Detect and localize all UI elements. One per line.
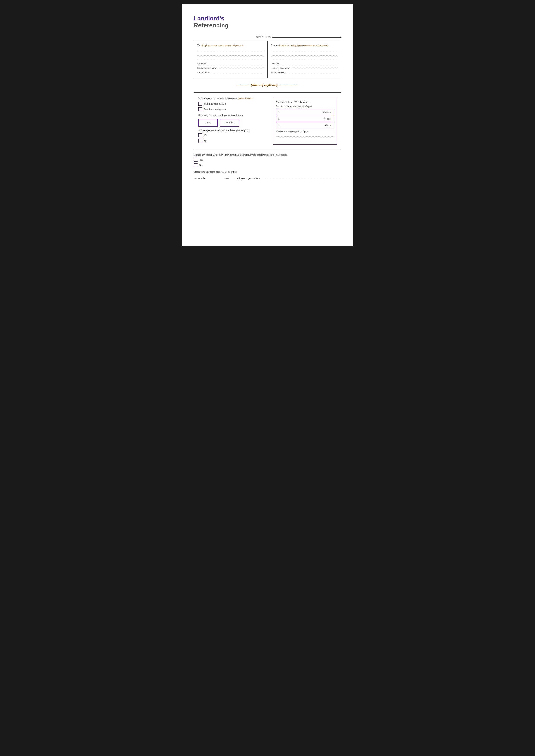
- months-box[interactable]: Months: [220, 119, 239, 126]
- from-phone-row: Contact phone number: [271, 66, 338, 69]
- from-line-1: [271, 49, 338, 51]
- sig-label: Employers signature here: [235, 177, 260, 180]
- from-email-dots: [285, 71, 338, 73]
- from-line-3: [271, 57, 338, 60]
- monthly-pay-row: £ Monthly: [276, 110, 333, 115]
- to-email-dots: [211, 71, 264, 73]
- from-postcode-label: Postcode: [271, 62, 279, 65]
- from-line-2: [271, 53, 338, 56]
- to-label: To:: [197, 44, 201, 47]
- full-time-label: Full time employment: [204, 102, 226, 105]
- to-line-1: [197, 49, 265, 51]
- notice-question: Is the employee under notice to leave yo…: [198, 129, 268, 132]
- weekly-pound: £: [278, 118, 282, 120]
- from-email-row: Email address: [271, 71, 338, 74]
- logo-area: Landlord's Referencing: [194, 15, 341, 29]
- sig-dots: [264, 176, 341, 179]
- terminate-no-checkbox[interactable]: [194, 163, 198, 167]
- full-time-row: Full time employment: [198, 102, 268, 106]
- weekly-pay-row: £ Weekly: [276, 116, 333, 121]
- terminate-question: Is there any reason you believe may term…: [194, 153, 341, 156]
- other-pay-row: £ Other: [276, 122, 333, 128]
- to-postcode-dots: [207, 62, 264, 64]
- from-label: From:: [271, 44, 278, 47]
- years-box[interactable]: Years: [198, 119, 218, 126]
- from-sublabel: (Landlord or Letting Agents name, addres…: [278, 44, 328, 46]
- to-box: To: (Employers contact name, address and…: [194, 41, 268, 78]
- logo-referencing: Referencing: [194, 22, 341, 29]
- to-phone-label: Contact phone number: [197, 67, 219, 69]
- referencing-text: Referencing: [194, 22, 229, 29]
- applicant-name-line: (Applicants name): [194, 35, 341, 38]
- monthly-pound: £: [278, 111, 282, 114]
- salary-box: Monthly Salary - Weekly Wage. Please con…: [272, 97, 337, 145]
- from-postcode-dots: [280, 62, 338, 64]
- terminate-no-row: No: [194, 163, 341, 167]
- notice-yes-label: Yes: [204, 134, 208, 137]
- main-form: Is the employee employed by you on a: (p…: [194, 93, 341, 149]
- to-line-2: [197, 53, 265, 56]
- to-line-3: [197, 57, 265, 60]
- to-email-label: Email address: [197, 71, 211, 74]
- terminate-yes-checkbox[interactable]: [194, 158, 198, 162]
- other-pound: £: [278, 124, 282, 126]
- part-time-label: Part time employment: [204, 108, 226, 111]
- to-from-container: To: (Employers contact name, address and…: [194, 41, 341, 78]
- notice-yes-checkbox[interactable]: [198, 133, 202, 137]
- applicant-name-center: ………….(Name of applicant)……………….: [194, 83, 341, 87]
- other-label: Other: [325, 124, 331, 126]
- how-long-question: How long has your employee worked for yo…: [198, 114, 268, 116]
- send-section: Fax Number Email: Employers signature he…: [194, 176, 341, 180]
- from-phone-label: Contact phone number: [271, 67, 293, 69]
- notice-no-checkbox[interactable]: [198, 139, 202, 143]
- fax-label: Fax Number: [194, 177, 206, 180]
- other-period-dots: [276, 134, 333, 137]
- email-label: Email:: [223, 177, 230, 180]
- salary-title: Monthly Salary - Weekly Wage.: [276, 100, 333, 104]
- part-time-row: Part time employment: [198, 107, 268, 111]
- to-sublabel: (Employers contact name, address and pos…: [201, 44, 244, 46]
- if-other-text: If other please state period of pay: [276, 130, 333, 133]
- to-phone-row: Contact phone number: [197, 66, 265, 69]
- page: Landlord's Referencing (Applicants name)…: [182, 4, 353, 246]
- landlords-text: Landlord's: [194, 15, 224, 22]
- notice-no-label: NO: [204, 140, 208, 142]
- notice-yes-row: Yes: [198, 133, 268, 137]
- applicant-label: (Applicants name): [255, 35, 271, 38]
- to-postcode-row: Postcode: [197, 62, 265, 65]
- to-postcode-label: Postcode: [197, 62, 206, 65]
- notice-no-row: NO: [198, 139, 268, 143]
- from-box: From: (Landlord or Letting Agents name, …: [268, 41, 341, 78]
- terminate-yes-label: Yes: [199, 158, 203, 161]
- employment-question-text: Is the employee employed by you on a:: [198, 97, 238, 99]
- salary-subtitle: Please confirm your employee's pay.: [276, 105, 333, 108]
- from-postcode-row: Postcode: [271, 62, 338, 65]
- part-time-checkbox[interactable]: [198, 107, 202, 111]
- monthly-label: Monthly: [323, 111, 331, 114]
- weekly-label: Weekly: [324, 118, 331, 120]
- to-email-row: Email address: [197, 71, 265, 74]
- to-phone-dots: [220, 66, 264, 69]
- left-section: Is the employee employed by you on a: (p…: [198, 97, 268, 145]
- logo-landlords: Landlord's: [194, 15, 341, 22]
- please-tick: (please tick box): [238, 97, 252, 99]
- applicant-dots: [272, 38, 341, 38]
- bottom-section: Is there any reason you believe may term…: [194, 153, 341, 180]
- years-months-row: Years Months: [198, 119, 268, 126]
- terminate-no-label: No: [199, 164, 203, 167]
- send-label: Please send this form back ASAP by eithe…: [194, 171, 341, 173]
- terminate-yes-row: Yes: [194, 158, 341, 162]
- from-email-label: Email address: [271, 71, 284, 74]
- full-time-checkbox[interactable]: [198, 102, 202, 106]
- from-phone-dots: [293, 66, 338, 69]
- employment-question: Is the employee employed by you on a: (p…: [198, 97, 268, 99]
